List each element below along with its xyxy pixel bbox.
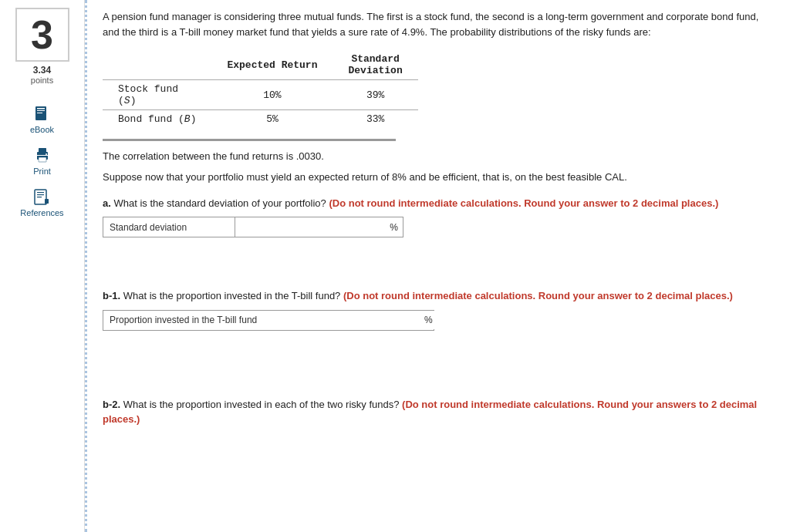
std-dev-label: Standard deviation	[103, 218, 235, 237]
svg-rect-2	[37, 110, 45, 111]
points-label: points	[31, 76, 53, 85]
table-row: Stock fund(S) 10% 39%	[103, 80, 418, 110]
tbill-input[interactable]	[281, 311, 420, 330]
question-b1-label: b-1. What is the proportion invested in …	[103, 288, 775, 304]
sidebar-item-ebook[interactable]: eBook	[30, 105, 54, 134]
question-b1-text: What is the proportion invested in the T…	[123, 290, 341, 301]
std-dev-input[interactable]	[235, 217, 385, 237]
references-icon	[32, 188, 51, 207]
row-bond-label: Bond fund (B)	[103, 110, 211, 129]
sidebar-item-references[interactable]: References	[20, 188, 63, 217]
svg-rect-5	[39, 148, 46, 153]
row-stock-label: Stock fund(S)	[103, 80, 211, 110]
main-content: A pension fund manager is considering th…	[85, 0, 790, 532]
question-a-instruction: (Do not round intermediate calculations.…	[329, 197, 718, 209]
svg-rect-11	[37, 194, 44, 195]
points-value: 3.34	[33, 65, 51, 76]
svg-rect-6	[39, 157, 46, 162]
intro-text: A pension fund manager is considering th…	[103, 9, 775, 39]
std-dev-unit: %	[385, 218, 403, 237]
references-label: References	[20, 208, 63, 217]
ebook-label: eBook	[30, 125, 54, 134]
question-number: 3	[15, 8, 69, 62]
gap-b1-b2	[103, 335, 775, 397]
svg-point-8	[46, 153, 47, 155]
question-b2-text: What is the proportion invested in each …	[123, 399, 400, 410]
correlation-text: The correlation between the fund returns…	[103, 150, 775, 162]
print-label: Print	[33, 167, 51, 176]
sidebar-item-print[interactable]: Print	[33, 146, 52, 176]
question-a-text: What is the standard deviation of your p…	[113, 197, 326, 209]
table-row: Bond fund (B) 5% 33%	[103, 110, 418, 129]
suppose-text: Suppose now that your portfolio must yie…	[103, 170, 775, 185]
row-bond-return: 5%	[211, 110, 333, 129]
question-b2-letter: b-2.	[103, 399, 120, 410]
sidebar: 3 3.34 points eBook Print	[0, 0, 85, 532]
question-b1-letter: b-1.	[103, 290, 120, 301]
question-a-label: a. What is the standard deviation of you…	[103, 196, 775, 211]
row-stock-std: 39%	[333, 80, 417, 110]
svg-rect-3	[37, 113, 42, 113]
col-header-std-dev: StandardDeviation	[333, 50, 417, 80]
svg-rect-12	[37, 197, 42, 197]
book-icon	[32, 105, 51, 123]
row-bond-std: 33%	[333, 110, 417, 129]
table-underline	[103, 139, 396, 141]
sidebar-tools: eBook Print References	[0, 105, 84, 217]
svg-rect-10	[37, 192, 44, 193]
col-header-expected-return: Expected Return	[211, 50, 333, 80]
question-a-letter: a.	[103, 197, 111, 209]
svg-rect-7	[37, 155, 48, 156]
data-table: Expected Return StandardDeviation Stock …	[103, 50, 418, 128]
question-b2-label: b-2. What is the proportion invested in …	[103, 397, 775, 427]
tbill-unit: %	[420, 311, 437, 329]
svg-rect-1	[37, 108, 45, 109]
tbill-label: Proportion invested in the T-bill fund	[103, 311, 281, 329]
row-stock-return: 10%	[211, 80, 333, 110]
print-icon	[33, 146, 52, 165]
svg-rect-13	[45, 199, 49, 204]
tbill-input-row: Proportion invested in the T-bill fund %	[103, 310, 434, 331]
std-dev-input-row: Standard deviation %	[103, 217, 403, 237]
gap-a-b1	[103, 242, 775, 288]
question-b1-instruction: (Do not round intermediate calculations.…	[343, 290, 733, 301]
col-header-empty	[103, 50, 211, 80]
